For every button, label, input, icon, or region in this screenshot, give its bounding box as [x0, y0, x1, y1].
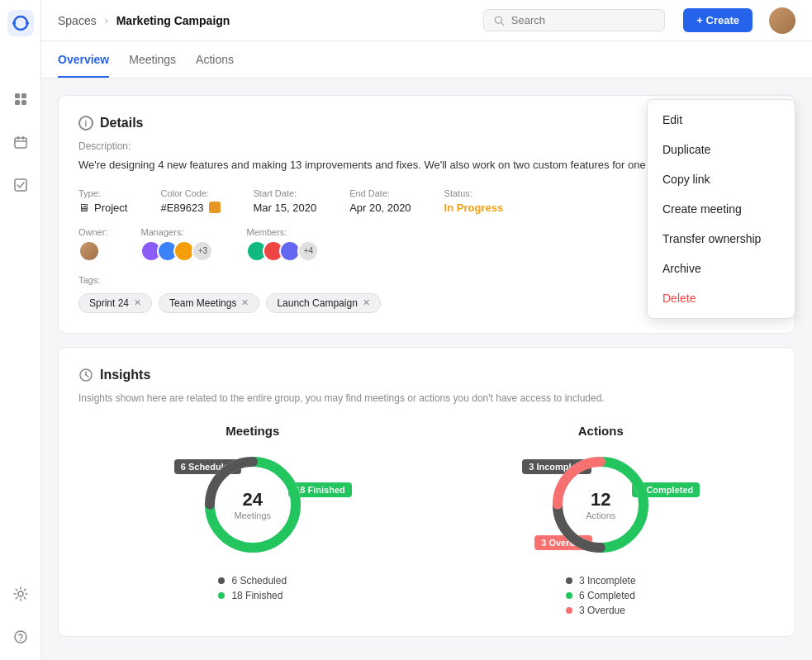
tag-launch-remove[interactable]: ✕ [363, 297, 370, 308]
svg-rect-5 [21, 100, 26, 105]
svg-rect-10 [15, 179, 26, 191]
check-square-icon[interactable] [7, 172, 34, 198]
legend-scheduled: 6 Scheduled [218, 575, 287, 586]
actions-insight: Actions 3 Incomplete 6 Completed 3 Overd… [427, 424, 776, 616]
header: Spaces › Marketing Campaign + Create [41, 0, 812, 41]
tag-launch: Launch Campaign ✕ [266, 293, 380, 313]
owner-field: Owner: [78, 227, 107, 262]
type-field: Type: 🖥 Project [78, 188, 127, 214]
grid-icon[interactable] [7, 86, 34, 112]
dropdown-duplicate[interactable]: Duplicate [648, 135, 795, 164]
meetings-donut: 6 Scheduled 18 Finished [199, 451, 306, 558]
project-icon: 🖥 [78, 202, 89, 214]
search-bar[interactable] [483, 9, 665, 31]
calendar-icon[interactable] [7, 129, 34, 155]
dropdown-menu: Edit Duplicate Copy link Create meeting … [647, 99, 795, 319]
start-date-field: Start Date: Mar 15, 2020 [254, 188, 317, 214]
insights-title: Insights [78, 368, 775, 382]
dropdown-archive[interactable]: Archive [648, 254, 795, 283]
status-field: Status: In Progress [444, 188, 504, 214]
actions-total: 12 Actions [586, 489, 615, 520]
tab-overview[interactable]: Overview [58, 41, 109, 78]
meetings-insight: Meetings 6 Scheduled 18 Finished [78, 424, 427, 616]
owner-avatars [78, 240, 107, 262]
svg-rect-3 [21, 93, 26, 98]
managers-extra: +3 [192, 240, 213, 262]
owner-avatar [78, 240, 100, 262]
color-field: Color Code: #E89623 [160, 188, 220, 214]
meetings-chart-title: Meetings [226, 424, 279, 438]
svg-rect-2 [15, 93, 20, 98]
svg-point-1 [26, 21, 29, 25]
tabs-bar: Overview Meetings Actions [41, 41, 812, 78]
meetings-legend: 6 Scheduled 18 Finished [218, 575, 287, 601]
create-button[interactable]: + Create [683, 8, 753, 32]
insights-grid: Meetings 6 Scheduled 18 Finished [78, 424, 775, 616]
status-value: In Progress [444, 202, 504, 214]
dropdown-transfer-ownership[interactable]: Transfer ownership [648, 224, 795, 254]
svg-line-15 [501, 22, 504, 25]
clock-icon [78, 368, 93, 382]
svg-point-11 [18, 591, 23, 596]
sidebar-logo[interactable] [7, 10, 34, 36]
legend-dot-incomplete [566, 577, 572, 584]
tab-actions[interactable]: Actions [196, 41, 234, 78]
tag-team-meetings: Team Meetings ✕ [159, 293, 259, 313]
actions-chart-title: Actions [578, 424, 624, 438]
dropdown-edit[interactable]: Edit [648, 105, 795, 135]
sidebar [0, 0, 41, 660]
user-avatar[interactable] [769, 7, 795, 34]
legend-dot-overdue [566, 607, 572, 614]
help-icon[interactable] [7, 624, 34, 650]
color-swatch [209, 202, 221, 213]
svg-point-0 [12, 21, 16, 25]
legend-finished: 18 Finished [218, 590, 287, 601]
breadcrumb-current: Marketing Campaign [116, 14, 230, 27]
svg-rect-6 [15, 138, 26, 148]
search-icon [494, 15, 505, 26]
managers-field: Managers: +3 [140, 227, 213, 262]
tag-team-remove[interactable]: ✕ [241, 297, 249, 308]
legend-incomplete: 3 Incomplete [566, 575, 636, 586]
members-field: Members: +4 [246, 227, 319, 262]
dropdown-copy-link[interactable]: Copy link [648, 164, 795, 194]
info-icon: i [78, 116, 93, 131]
dropdown-delete[interactable]: Delete [648, 283, 795, 313]
members-extra: +4 [297, 240, 319, 262]
insights-card: Insights Insights shown here are related… [58, 347, 795, 637]
svg-point-13 [20, 640, 21, 642]
managers-avatars: +3 [140, 240, 213, 262]
tab-meetings[interactable]: Meetings [129, 41, 176, 78]
tag-sprint: Sprint 24 ✕ [78, 293, 152, 313]
svg-rect-4 [15, 100, 20, 105]
legend-overdue: 3 Overdue [566, 605, 636, 616]
actions-donut: 3 Incomplete 6 Completed 3 Overdue [547, 451, 654, 558]
legend-dot-scheduled [218, 577, 225, 584]
search-input[interactable] [511, 14, 654, 26]
actions-legend: 3 Incomplete 6 Completed 3 Overdue [566, 575, 636, 616]
meetings-total: 24 Meetings [234, 489, 271, 520]
legend-completed: 6 Completed [566, 590, 636, 601]
legend-dot-finished [218, 592, 225, 599]
breadcrumb-spaces[interactable]: Spaces [58, 14, 97, 27]
legend-dot-completed [566, 592, 572, 599]
insights-subtitle: Insights shown here are related to the e… [78, 392, 775, 404]
end-date-field: End Date: Apr 20, 2020 [349, 188, 411, 214]
breadcrumb-sep1: › [105, 15, 108, 26]
members-avatars: +4 [246, 240, 319, 262]
settings-icon[interactable] [7, 581, 34, 607]
tag-sprint-remove[interactable]: ✕ [134, 297, 141, 308]
dropdown-create-meeting[interactable]: Create meeting [648, 194, 795, 224]
svg-line-18 [86, 375, 88, 377]
